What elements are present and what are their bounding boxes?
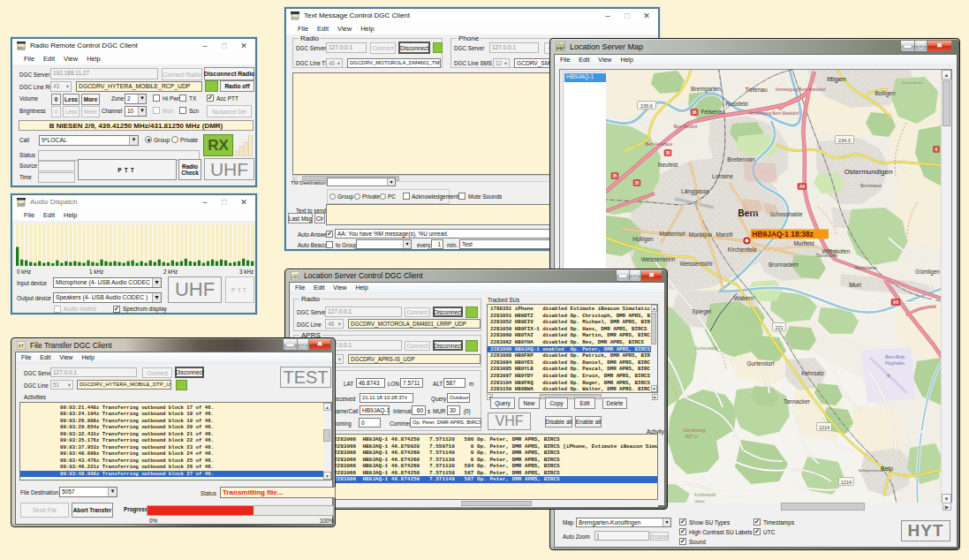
svg-text:Bremgarten: Bremgarten xyxy=(691,86,721,93)
svg-text:A6: A6 xyxy=(799,185,805,189)
svg-text:Ulmizberg: Ulmizberg xyxy=(684,428,706,433)
svg-text:221: 221 xyxy=(775,325,783,330)
svg-text:Weissenbühl: Weissenbühl xyxy=(679,261,713,267)
svg-text:Verzweigung Bern Wankdorf: Verzweigung Bern Wankdorf xyxy=(749,111,800,116)
svg-text:235.6: 235.6 xyxy=(640,103,653,109)
svg-text:937 m: 937 m xyxy=(685,434,698,439)
svg-text:Brunnadern: Brunnadern xyxy=(768,261,799,268)
svg-text:Bern Neufeld: Bern Neufeld xyxy=(674,125,698,129)
svg-text:Thunstrasse: Thunstrasse xyxy=(816,254,838,258)
svg-text:1214: 1214 xyxy=(819,425,829,430)
svg-text:Bernstrasse: Bernstrasse xyxy=(860,184,882,188)
svg-text:1214: 1214 xyxy=(841,480,852,485)
svg-text:35: 35 xyxy=(634,181,640,185)
svg-text:Bern-Belp: Bern-Belp xyxy=(885,354,905,359)
svg-text:Rossfeld: Rossfeld xyxy=(725,101,748,107)
svg-text:Ostermundigen: Ostermundigen xyxy=(844,168,893,176)
svg-text:Monbijou: Monbijou xyxy=(689,231,713,238)
svg-text:Seftigenstrasse: Seftigenstrasse xyxy=(859,468,885,473)
svg-text:Mattenhof: Mattenhof xyxy=(660,231,685,237)
svg-text:Weissenstein: Weissenstein xyxy=(641,256,676,262)
svg-text:LSC: LSC xyxy=(291,275,299,279)
svg-text:Spiegel: Spiegel xyxy=(692,308,711,315)
svg-text:Krauchthalstr: Krauchthalstr xyxy=(902,80,923,85)
svg-text:FT: FT xyxy=(19,344,24,349)
svg-text:Verzweigung Bern Wankdorf: Verzweigung Bern Wankdorf xyxy=(776,87,827,92)
svg-text:Gümligen: Gümligen xyxy=(915,269,940,276)
svg-text:Worbstrasse: Worbstrasse xyxy=(854,266,877,270)
svg-text:Muri: Muri xyxy=(849,282,861,288)
svg-text:Breitenrain: Breitenrain xyxy=(727,156,755,163)
svg-text:Tannacker: Tannacker xyxy=(784,398,811,405)
svg-text:MAP: MAP xyxy=(556,46,564,50)
svg-text:Länggasse: Länggasse xyxy=(681,188,709,195)
svg-text:Marzili: Marzili xyxy=(716,231,733,238)
svg-text:Ittigen: Ittigen xyxy=(827,75,846,83)
svg-text:Murifeld: Murifeld xyxy=(793,240,814,246)
svg-text:Flughafen: Flughafen xyxy=(885,360,905,366)
svg-text:HB9JAQ-1 18:38z: HB9JAQ-1 18:38z xyxy=(753,230,814,238)
svg-text:35: 35 xyxy=(612,174,617,178)
svg-text:Holligen: Holligen xyxy=(632,236,654,243)
svg-text:Bolligen: Bolligen xyxy=(874,90,896,97)
svg-text:Tiefenau: Tiefenau xyxy=(745,87,767,93)
svg-text:6: 6 xyxy=(935,148,938,152)
svg-text:Neufeld: Neufeld xyxy=(658,162,678,168)
svg-text:Wabern: Wabern xyxy=(734,295,754,301)
svg-text:36: 36 xyxy=(665,151,670,155)
svg-text:234.3: 234.3 xyxy=(838,138,851,143)
svg-text:36: 36 xyxy=(692,110,697,115)
svg-text:Kehrsatz: Kehrsatz xyxy=(801,370,824,376)
svg-text:Kuhlinwold: Kuhlinwold xyxy=(694,492,715,497)
svg-text:✈: ✈ xyxy=(886,373,891,379)
svg-text:Felsenau: Felsenau xyxy=(701,109,725,115)
svg-text:Bern Forsthaus: Bern Forsthaus xyxy=(646,142,674,147)
svg-text:Lorraine: Lorraine xyxy=(712,173,733,179)
svg-text:Gurtendorf: Gurtendorf xyxy=(746,360,774,367)
svg-text:Gurtenwald: Gurtenwald xyxy=(694,345,717,351)
svg-text:Kirchenfeld: Kirchenfeld xyxy=(728,246,757,253)
svg-text:A6: A6 xyxy=(893,300,898,305)
